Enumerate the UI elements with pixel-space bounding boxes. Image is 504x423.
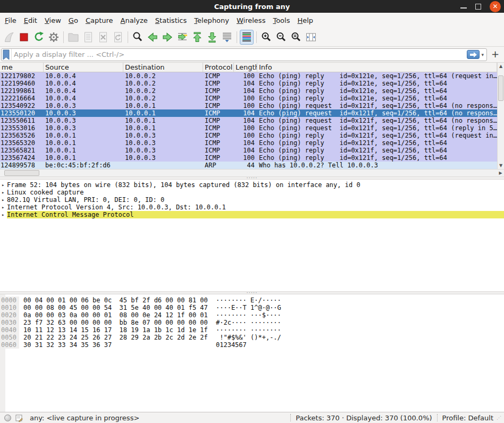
zoom-reset-button[interactable] <box>289 30 303 45</box>
packet-row[interactable]: 123553016 10.0.0.3 10.0.0.1 ICMP 100 Ech… <box>0 124 497 132</box>
packet-row[interactable]: 123565320 10.0.0.1 10.0.0.3 ICMP 104 Ech… <box>0 139 497 147</box>
detail-row[interactable]: ▸ Internet Protocol Version 4, Src: 10.0… <box>0 204 504 211</box>
start-capture-button[interactable] <box>2 30 16 45</box>
packet-row[interactable]: 123550120 10.0.0.3 10.0.0.1 ICMP 104 Ech… <box>0 109 497 117</box>
menu-item-statistics[interactable]: Statistics <box>152 14 190 27</box>
detail-row[interactable]: ▸ Linux cooked capture <box>0 189 504 196</box>
packet-counts-text: Packets: 370 · Displayed: 370 (100.0%) <box>296 414 432 422</box>
horizontal-scrollbar[interactable] <box>0 169 497 176</box>
packet-row[interactable]: 122199861 10.0.0.4 10.0.0.2 ICMP 104 Ech… <box>0 87 497 95</box>
column-header-info[interactable]: Info <box>257 63 497 72</box>
save-file-button[interactable] <box>81 30 95 45</box>
packet-row[interactable]: 123565821 10.0.0.1 10.0.0.3 ICMP 104 Ech… <box>0 147 497 154</box>
menu-item-help[interactable]: Help <box>293 14 317 27</box>
menu-item-file[interactable]: File <box>1 14 20 27</box>
filter-bookmark-button[interactable] <box>2 49 12 60</box>
zoom-reset-icon <box>290 31 303 44</box>
column-header-length[interactable]: Length <box>234 63 257 72</box>
vertical-scrollbar[interactable]: ▲ ▼ <box>497 63 504 169</box>
packet-row[interactable]: 123563526 10.0.0.1 10.0.0.3 ICMP 100 Ech… <box>0 132 497 139</box>
packet-length-cell: 100 <box>234 95 257 102</box>
display-filter-input[interactable] <box>12 50 467 58</box>
menu-item-analyze[interactable]: Analyze <box>117 14 152 27</box>
go-back-button[interactable] <box>146 30 159 45</box>
packet-protocol-cell: ICMP <box>203 147 234 154</box>
find-packet-button[interactable] <box>131 30 145 45</box>
packet-row[interactable]: 122216664 10.0.0.4 10.0.0.2 ICMP 100 Ech… <box>0 95 497 102</box>
packet-destination-cell: 10.0.0.2 <box>123 80 203 87</box>
minimize-button[interactable] <box>460 7 467 9</box>
reload-file-button[interactable] <box>111 30 125 45</box>
packet-destination-cell: 10.0.0.1 <box>123 109 203 117</box>
column-header-source[interactable]: Source <box>44 63 123 72</box>
packet-row[interactable]: 123540922 10.0.0.3 10.0.0.1 ICMP 100 Ech… <box>0 102 497 109</box>
column-header-time[interactable]: me <box>0 63 44 72</box>
hex-row[interactable]: 0050 20 21 22 23 24 25 26 27 28 29 2a 2b… <box>0 334 504 341</box>
capture-options-button[interactable] <box>47 30 61 45</box>
packet-destination-cell: 10.0.0.3 <box>123 154 203 162</box>
go-to-bottom-button[interactable] <box>205 30 219 45</box>
scroll-right-button[interactable]: ▶ <box>497 169 504 176</box>
close-button[interactable]: ✕ <box>490 1 501 12</box>
scroll-up-button[interactable]: ▲ <box>498 63 504 70</box>
menu-item-tools[interactable]: Tools <box>269 14 293 27</box>
stop-capture-button[interactable] <box>17 30 31 45</box>
horizontal-scroll-thumb[interactable] <box>4 170 39 176</box>
restart-capture-button[interactable] <box>32 30 46 45</box>
expand-arrow-icon[interactable]: ▸ <box>0 204 7 211</box>
vertical-scroll-thumb[interactable] <box>498 75 503 101</box>
packet-protocol-cell: ICMP <box>203 132 234 139</box>
maximize-button[interactable] <box>475 4 481 10</box>
profile-text[interactable]: Profile: Default <box>442 414 493 422</box>
packet-source-cell: 10.0.0.1 <box>44 154 123 162</box>
hex-row[interactable]: 0020 0a 00 00 03 0a 00 00 01 08 00 0e 24… <box>0 311 504 319</box>
detail-row[interactable]: ▸ Internet Control Message Protocol <box>0 211 504 218</box>
packet-info-cell: Echo (ping) reply id=0x121e, seq=1/256, … <box>257 95 497 102</box>
go-forward-button[interactable] <box>161 30 174 45</box>
open-file-button[interactable] <box>66 30 80 45</box>
packet-time-cell: 123565320 <box>0 139 44 147</box>
menu-item-capture[interactable]: Capture <box>82 14 117 27</box>
hex-row[interactable]: 0010 00 00 08 00 45 00 00 54 31 5e 40 00… <box>0 304 504 311</box>
close-file-button[interactable] <box>96 30 110 45</box>
packet-row[interactable]: 122179802 10.0.0.4 10.0.0.2 ICMP 100 Ech… <box>0 72 497 80</box>
hex-row[interactable]: 0030 23 f7 32 63 00 00 00 00 bb 8e 07 00… <box>0 319 504 326</box>
detail-row[interactable]: ▸ Frame 52: 104 bytes on wire (832 bits)… <box>0 181 504 189</box>
menu-item-go[interactable]: Go <box>65 14 82 27</box>
menu-item-edit[interactable]: Edit <box>20 14 41 27</box>
packet-row[interactable]: 122199460 10.0.0.4 10.0.0.2 ICMP 104 Ech… <box>0 80 497 87</box>
add-filter-button[interactable]: + <box>487 48 501 61</box>
filter-dropdown-caret[interactable]: ▾ <box>481 52 486 57</box>
hex-row[interactable]: 0040 10 11 12 13 14 15 16 17 18 19 1a 1b… <box>0 326 504 334</box>
expand-arrow-icon[interactable]: ▸ <box>0 211 7 218</box>
zoom-in-button[interactable] <box>259 30 273 45</box>
apply-filter-button[interactable] <box>467 50 480 59</box>
expand-arrow-icon[interactable]: ▸ <box>0 181 7 189</box>
packet-row[interactable]: 124899578 be:0c:45:bf:2f:d6 ARP 44 Who h… <box>0 162 497 169</box>
expert-info-icon[interactable] <box>4 414 11 421</box>
packet-info-cell: Echo (ping) request id=0x121f, seq=1/256… <box>257 117 497 124</box>
zoom-out-button[interactable] <box>274 30 288 45</box>
resize-grip[interactable]: ⋰ <box>497 415 501 420</box>
packet-source-cell: 10.0.0.4 <box>44 72 123 80</box>
auto-scroll-button[interactable] <box>220 30 234 45</box>
capture-comment-icon[interactable] <box>15 414 23 422</box>
menu-item-wireless[interactable]: Wireless <box>233 14 269 27</box>
packet-row[interactable]: 123550611 10.0.0.3 10.0.0.1 ICMP 104 Ech… <box>0 117 497 124</box>
colorize-packets-button[interactable] <box>240 30 254 45</box>
detail-row[interactable]: ▸ 802.1Q Virtual LAN, PRI: 0, DEI: 0, ID… <box>0 196 504 204</box>
column-header-protocol[interactable]: Protocol <box>203 63 234 72</box>
status-bar: any: <live capture in progress> Packets:… <box>0 412 504 423</box>
column-header-destination[interactable]: Destination <box>123 63 203 72</box>
packet-row[interactable]: 123567424 10.0.0.1 10.0.0.3 ICMP 100 Ech… <box>0 154 497 162</box>
hex-row[interactable]: 0000 00 04 00 01 00 06 be 0c 45 bf 2f d6… <box>0 297 504 304</box>
hex-row[interactable]: 0060 30 31 32 33 34 35 36 37 01234567 <box>0 341 504 349</box>
resize-columns-button[interactable] <box>304 30 318 45</box>
scroll-down-button[interactable]: ▼ <box>498 162 504 169</box>
go-to-top-button[interactable] <box>190 30 204 45</box>
go-to-packet-button[interactable] <box>175 30 189 45</box>
expand-arrow-icon[interactable]: ▸ <box>0 189 7 196</box>
menu-item-telephony[interactable]: Telephony <box>190 14 233 27</box>
expand-arrow-icon[interactable]: ▸ <box>0 196 7 204</box>
menu-item-view[interactable]: View <box>41 14 65 27</box>
